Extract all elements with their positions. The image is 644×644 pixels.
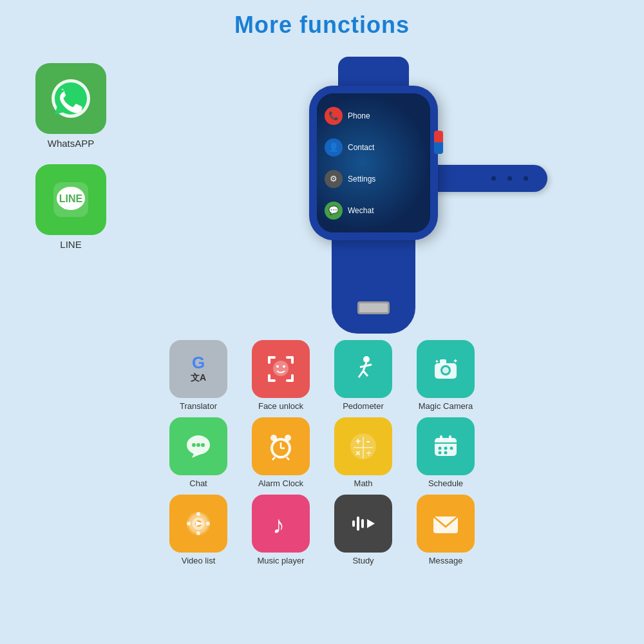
chat-svg	[182, 430, 215, 463]
whatsapp-icon-bg	[35, 63, 106, 134]
svg-rect-24	[440, 359, 446, 364]
whatsapp-label: WhatsAPP	[48, 138, 95, 149]
svg-point-29	[196, 443, 200, 447]
watch-crown-button[interactable]	[434, 131, 443, 154]
math-icon: + - × ÷	[334, 417, 392, 475]
svg-rect-9	[268, 374, 270, 382]
alarm-clock-label: Alarm Clock	[258, 478, 303, 488]
video-list-icon	[169, 495, 227, 553]
music-player-icon: ♪	[252, 495, 310, 553]
schedule-icon	[417, 417, 475, 475]
svg-rect-65	[352, 520, 355, 527]
magic-camera-label: Magic Camera	[419, 401, 473, 411]
wechat-dot: 💬	[325, 202, 343, 220]
app-grid: G 文A Translator	[0, 334, 644, 565]
svg-point-61	[206, 522, 210, 526]
gt-g-letter: G	[192, 354, 205, 371]
translator-label: Translator	[180, 401, 217, 411]
svg-point-35	[270, 435, 277, 441]
contact-dot: 👤	[325, 138, 343, 156]
music-player-label: Music player	[258, 556, 305, 565]
app-schedule[interactable]: Schedule	[410, 417, 481, 488]
face-unlock-icon	[252, 340, 310, 398]
strap-hole-1	[524, 176, 528, 181]
contact-label: Contact	[348, 143, 374, 152]
watch: 📞 Phone 👤 Contact ⚙ Settings 💬 Wechat	[264, 57, 483, 334]
whatsapp-svg	[48, 76, 93, 121]
app-study[interactable]: Study	[328, 495, 399, 565]
svg-point-13	[276, 365, 279, 368]
svg-point-52	[444, 451, 448, 455]
svg-rect-67	[361, 519, 364, 528]
face-unlock-svg	[265, 353, 297, 385]
svg-point-23	[442, 367, 449, 374]
app-math[interactable]: + - × ÷ Math	[328, 417, 399, 488]
svg-text:♪: ♪	[272, 511, 285, 538]
watch-menu-wechat: 💬 Wechat	[325, 202, 422, 220]
line-icon-bg: LINE	[35, 164, 106, 235]
svg-point-30	[201, 443, 205, 447]
app-message[interactable]: Message	[410, 495, 481, 565]
svg-text:✦: ✦	[453, 357, 458, 365]
svg-point-51	[439, 451, 442, 455]
app-pedometer[interactable]: Pedometer	[328, 340, 399, 411]
svg-rect-5	[268, 356, 270, 364]
svg-line-17	[359, 371, 363, 377]
svg-marker-68	[367, 519, 375, 528]
face-unlock-label: Face unlock	[258, 401, 303, 411]
svg-rect-66	[357, 516, 359, 531]
app-music-player[interactable]: ♪ Music player	[245, 495, 316, 565]
svg-rect-7	[291, 356, 294, 364]
app-magic-camera[interactable]: ✦ ✦ Magic Camera	[410, 340, 481, 411]
svg-line-18	[363, 371, 368, 376]
svg-point-60	[187, 522, 191, 526]
app-row-1: G 文A Translator	[19, 340, 625, 411]
gt-translate-text: 文A	[191, 372, 206, 384]
svg-rect-54	[449, 435, 451, 440]
app-line[interactable]: LINE LINE	[35, 164, 106, 250]
page-title: More functions	[0, 0, 644, 39]
svg-rect-53	[440, 435, 442, 440]
translator-icon: G 文A	[169, 340, 227, 398]
study-icon	[334, 495, 392, 553]
svg-point-62	[196, 512, 200, 516]
watch-menu-settings: ⚙ Settings	[325, 170, 422, 188]
line-label: LINE	[60, 239, 81, 250]
strap-hole-3	[491, 176, 496, 181]
app-row-3: Video list ♪ Music player	[19, 495, 625, 565]
settings-label: Settings	[348, 175, 375, 184]
schedule-label: Schedule	[428, 478, 463, 488]
watch-body: 📞 Phone 👤 Contact ⚙ Settings 💬 Wechat	[309, 86, 438, 240]
svg-point-14	[283, 365, 285, 368]
watch-screen: 📞 Phone 👤 Contact ⚙ Settings 💬 Wechat	[317, 93, 430, 232]
app-chat[interactable]: Chat	[163, 417, 234, 488]
message-icon	[417, 495, 475, 553]
strap-hole-2	[507, 176, 512, 181]
svg-line-37	[272, 457, 275, 460]
top-section: WhatsAPP LINE LINE	[0, 39, 644, 334]
left-apps: WhatsAPP LINE LINE	[19, 63, 122, 250]
app-alarm-clock[interactable]: Alarm Clock	[245, 417, 316, 488]
app-whatsapp[interactable]: WhatsAPP	[35, 63, 106, 149]
watch-menu-phone: 📞 Phone	[325, 107, 422, 125]
line-svg: LINE	[48, 177, 93, 222]
pedometer-icon	[334, 340, 392, 398]
chat-label: Chat	[189, 478, 207, 488]
watch-menu-contact: 👤 Contact	[325, 138, 422, 156]
svg-point-36	[285, 435, 291, 441]
settings-dot: ⚙	[325, 170, 343, 188]
math-svg: + - × ÷	[347, 430, 379, 462]
study-label: Study	[352, 556, 374, 565]
app-video-list[interactable]: Video list	[163, 495, 234, 565]
watch-buckle	[357, 301, 390, 314]
pedometer-svg	[347, 353, 379, 385]
magic-camera-icon: ✦ ✦	[417, 340, 475, 398]
svg-point-50	[450, 447, 453, 450]
app-translator[interactable]: G 文A Translator	[163, 340, 234, 411]
svg-point-12	[273, 361, 289, 376]
video-list-svg	[182, 507, 214, 540]
phone-label: Phone	[348, 111, 370, 120]
svg-text:✦: ✦	[435, 359, 439, 365]
svg-text:÷: ÷	[366, 448, 371, 458]
app-face-unlock[interactable]: Face unlock	[245, 340, 316, 411]
